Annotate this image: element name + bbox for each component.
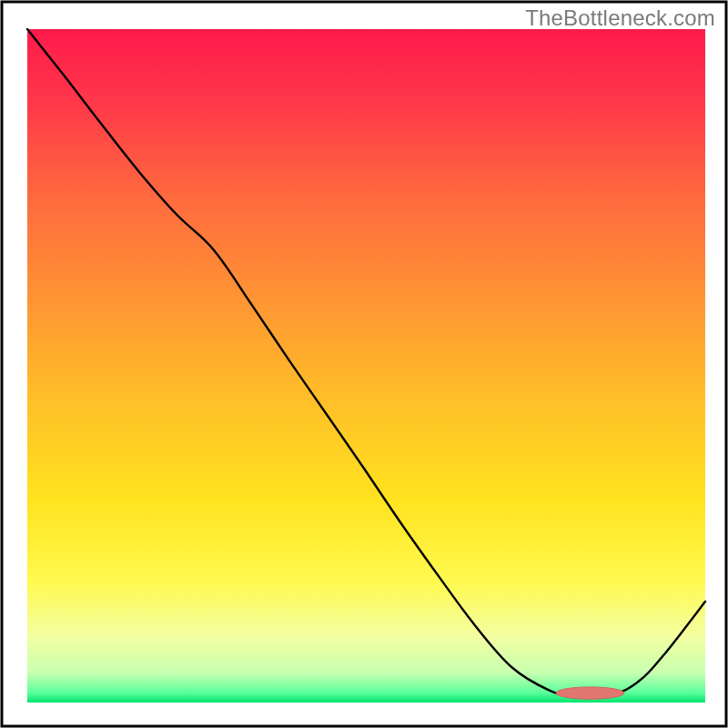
plot-area	[27, 29, 705, 703]
chart-svg	[0, 0, 728, 728]
chart-frame: TheBottleneck.com	[0, 0, 728, 728]
optimum-marker	[556, 687, 624, 699]
